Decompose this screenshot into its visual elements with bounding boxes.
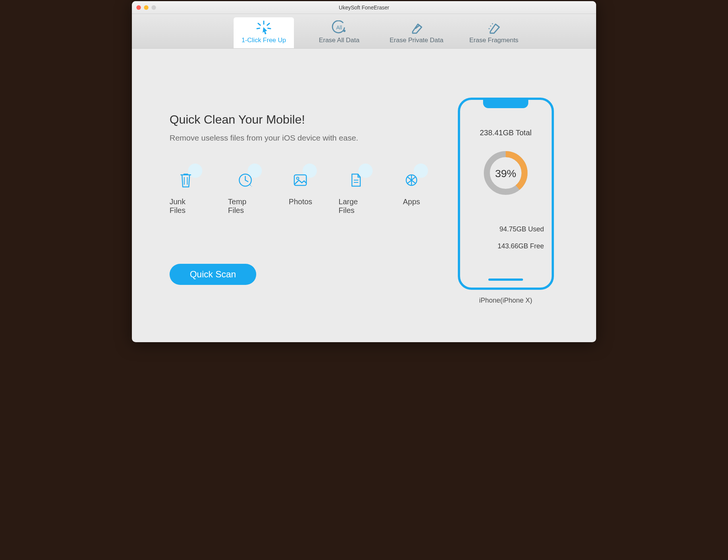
tab-erase-private-data[interactable]: Erase Private Data	[384, 17, 449, 48]
tab-label: Erase Fragments	[469, 37, 518, 44]
click-burst-icon	[256, 21, 272, 34]
category-label: Junk Files	[170, 197, 202, 215]
storage-total: 238.41GB Total	[480, 129, 532, 137]
tab-label: Erase All Data	[319, 37, 359, 44]
category-row: Junk Files Temp Files	[170, 169, 423, 215]
apps-icon	[400, 169, 423, 191]
tab-1click-free-up[interactable]: 1-Click Free Up	[234, 17, 294, 48]
category-label: Photos	[289, 197, 312, 206]
svg-rect-14	[294, 175, 306, 185]
trash-icon	[174, 169, 197, 191]
svg-line-2	[267, 23, 269, 25]
storage-percent: 39%	[481, 148, 530, 199]
page-heading: Quick Clean Your Mobile!	[170, 113, 423, 127]
svg-text:All: All	[336, 24, 342, 31]
storage-free: 143.66GB Free	[497, 242, 544, 250]
window-title: UkeySoft FoneEraser	[132, 5, 596, 11]
eraser-fragments-icon	[486, 21, 502, 34]
svg-point-10	[488, 28, 489, 29]
erase-all-icon: All	[332, 21, 347, 34]
right-column: 238.41GB Total 39% 94.75GB Used 143.66GB…	[445, 71, 566, 304]
titlebar: UkeySoft FoneEraser	[132, 1, 596, 14]
app-window: UkeySoft FoneEraser 1-Click Free Up	[132, 1, 596, 342]
fullscreen-button[interactable]	[151, 5, 156, 10]
svg-line-1	[258, 23, 260, 25]
svg-point-6	[343, 30, 346, 32]
svg-point-15	[297, 177, 299, 179]
quick-scan-button[interactable]: Quick Scan	[170, 264, 256, 285]
file-icon	[345, 169, 367, 191]
category-temp-files[interactable]: Temp Files	[228, 169, 262, 215]
svg-point-8	[490, 26, 491, 27]
traffic-lights	[132, 5, 156, 10]
storage-donut-chart: 39%	[481, 148, 530, 199]
storage-used: 94.75GB Used	[499, 225, 544, 233]
svg-line-3	[257, 28, 260, 29]
tab-erase-fragments[interactable]: Erase Fragments	[464, 17, 524, 48]
minimize-button[interactable]	[144, 5, 148, 10]
tab-label: Erase Private Data	[390, 37, 444, 44]
main-toolbar: 1-Click Free Up All Erase All Data Erase…	[132, 14, 596, 49]
category-label: Large Files	[339, 197, 374, 215]
close-button[interactable]	[136, 5, 141, 10]
left-column: Quick Clean Your Mobile! Remove useless …	[170, 71, 423, 285]
page-subheading: Remove useless files from your iOS devic…	[170, 133, 423, 142]
tab-erase-all-data[interactable]: All Erase All Data	[309, 17, 369, 48]
tab-label: 1-Click Free Up	[242, 37, 286, 44]
category-photos[interactable]: Photos	[289, 169, 312, 215]
clock-icon	[234, 169, 257, 191]
category-junk-files[interactable]: Junk Files	[170, 169, 202, 215]
content-area: Quick Clean Your Mobile! Remove useless …	[132, 49, 596, 342]
eraser-private-icon	[409, 21, 424, 34]
category-label: Temp Files	[228, 197, 262, 215]
phone-mockup: 238.41GB Total 39% 94.75GB Used 143.66GB…	[458, 98, 554, 290]
device-name: iPhone(iPhone X)	[479, 297, 532, 304]
category-large-files[interactable]: Large Files	[339, 169, 374, 215]
category-apps[interactable]: Apps	[400, 169, 423, 215]
svg-point-9	[492, 23, 493, 24]
svg-line-4	[268, 28, 271, 29]
category-label: Apps	[403, 197, 420, 206]
photo-icon	[289, 169, 312, 191]
